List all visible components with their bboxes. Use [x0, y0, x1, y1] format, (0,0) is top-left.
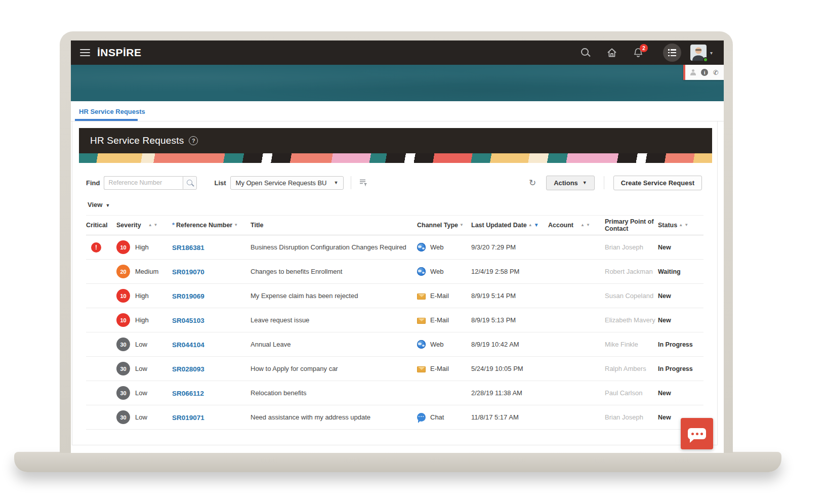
title-cell: Annual Leave — [251, 341, 417, 348]
find-input[interactable] — [104, 176, 183, 190]
sort-asc-icon[interactable] — [581, 223, 585, 227]
channel-icon — [417, 318, 426, 324]
reference-link[interactable]: SR066112 — [172, 390, 204, 397]
find-label: Find — [86, 179, 100, 187]
table-row[interactable]: ! 10High SR045103 Leave request issue E-… — [86, 308, 703, 332]
sort-desc-icon[interactable] — [460, 223, 464, 227]
updated-cell: 8/9/19 10:42 AM — [471, 341, 548, 348]
severity-badge: 30 — [116, 410, 130, 424]
contact-cell: Brian Joseph — [605, 243, 658, 251]
table-row[interactable]: ! 30Low SR028093 How to Apply for compan… — [86, 357, 703, 381]
sort-desc-icon[interactable] — [586, 223, 590, 227]
col-title[interactable]: Title — [251, 222, 417, 229]
help-icon[interactable]: ? — [189, 136, 198, 145]
col-status[interactable]: Status — [658, 222, 703, 229]
table-row[interactable]: ! 10High SR186381 Business Disruption Co… — [86, 235, 703, 260]
table-row[interactable]: ! 20Medium SR019070 Changes to benefits … — [86, 260, 703, 284]
actions-button[interactable]: Actions ▼ — [546, 176, 595, 190]
col-critical[interactable]: Critical — [86, 222, 116, 229]
topbar-actions: 2 ▾ — [565, 44, 724, 62]
sort-desc-active-icon[interactable] — [534, 222, 539, 228]
refresh-icon[interactable]: ↻ — [529, 178, 536, 188]
status-cell: New — [658, 317, 703, 324]
title-cell: Need assistance with my address update — [251, 413, 417, 421]
sort-asc-icon[interactable] — [528, 223, 532, 227]
reference-link[interactable]: SR045103 — [172, 317, 204, 324]
table-header-row: Critical Severity Reference Number Title… — [86, 215, 703, 235]
presence-dot — [703, 57, 708, 62]
updated-cell: 2/28/19 11:38 AM — [471, 389, 548, 397]
col-channel-type[interactable]: Channel Type — [417, 222, 471, 229]
info-icon[interactable]: i — [701, 69, 708, 76]
title-cell: Business Disruption Configuration Change… — [251, 243, 417, 251]
title-cell: My Expense claim has been rejected — [251, 292, 417, 300]
title-cell: Leave request issue — [251, 316, 417, 324]
edit-list-icon[interactable] — [358, 178, 368, 188]
find-search-button[interactable] — [183, 176, 197, 190]
title-cell: Relocation benefits — [251, 389, 417, 397]
reference-link[interactable]: SR044104 — [172, 341, 204, 349]
reference-link[interactable]: SR186381 — [172, 244, 204, 251]
channel-icon — [417, 340, 426, 349]
hero-banner — [71, 65, 724, 101]
chevron-down-icon: ▼ — [105, 203, 110, 208]
contact-cell: Elizabeth Mavery — [605, 316, 658, 324]
view-menu[interactable]: View▼ — [88, 201, 110, 208]
create-service-request-button[interactable]: Create Service Request — [613, 176, 702, 190]
col-severity[interactable]: Severity — [116, 222, 172, 229]
updated-cell: 9/3/20 7:29 PM — [471, 243, 548, 251]
sort-asc-icon[interactable] — [148, 223, 152, 227]
channel-icon — [417, 366, 426, 372]
list-select[interactable]: My Open Service Requests BU ▼ — [230, 176, 344, 190]
col-reference-number[interactable]: Reference Number — [172, 222, 251, 229]
contact-cell: Paul Carlson — [605, 389, 658, 397]
severity-badge: 10 — [116, 313, 130, 327]
severity-badge: 20 — [116, 265, 130, 278]
user-icon[interactable] — [690, 69, 696, 75]
phone-icon[interactable]: ✆ — [713, 69, 719, 76]
col-primary-point-of-contact[interactable]: Primary Point of Contact — [605, 218, 658, 233]
reference-link[interactable]: SR019069 — [172, 292, 204, 300]
sort-desc-icon[interactable] — [154, 223, 158, 227]
service-requests-table: Critical Severity Reference Number Title… — [72, 215, 717, 430]
table-row[interactable]: ! 30Low SR066112 Relocation benefits 2/2… — [86, 381, 703, 405]
status-cell: In Progress — [658, 365, 703, 372]
view-menu-label: View — [88, 201, 102, 208]
chat-button[interactable] — [681, 418, 713, 449]
decorative-strip — [79, 153, 712, 163]
avatar[interactable] — [690, 45, 707, 61]
reference-link[interactable]: SR028093 — [172, 365, 204, 373]
search-icon[interactable] — [580, 47, 591, 58]
chevron-down-icon[interactable]: ▾ — [710, 50, 713, 56]
tab-active-indicator — [75, 119, 138, 121]
status-cell: New — [658, 292, 703, 300]
col-account[interactable]: Account — [548, 222, 605, 229]
list-select-value: My Open Service Requests BU — [236, 179, 327, 187]
contact-cell: Ralph Ambers — [605, 365, 658, 372]
view-row: View▼ — [72, 200, 717, 208]
grid-icon[interactable] — [663, 44, 681, 62]
list-group: List My Open Service Requests BU ▼ — [214, 176, 344, 190]
status-cell: In Progress — [658, 341, 703, 348]
sort-desc-icon[interactable] — [684, 223, 688, 227]
divider — [604, 176, 604, 189]
col-last-updated-date[interactable]: Last Updated Date — [471, 222, 548, 229]
channel-icon — [417, 293, 426, 300]
chevron-down-icon: ▼ — [583, 180, 587, 185]
reference-link[interactable]: SR019071 — [172, 414, 204, 422]
tab-hr-service-requests[interactable]: HR Service Requests — [75, 101, 149, 121]
table-row[interactable]: ! 30Low SR044104 Annual Leave Web 8/9/19… — [86, 332, 703, 357]
channel-icon — [417, 413, 426, 422]
reference-link[interactable]: SR019070 — [172, 268, 204, 276]
severity-badge: 10 — [116, 289, 130, 303]
critical-icon: ! — [91, 242, 101, 253]
home-icon[interactable] — [606, 47, 617, 58]
contact-cell: Robert Jackman — [605, 268, 658, 275]
table-row[interactable]: ! 10High SR019069 My Expense claim has b… — [86, 284, 703, 308]
table-row[interactable]: ! 30Low SR019071 Need assistance with my… — [86, 405, 703, 430]
menu-icon[interactable] — [80, 49, 90, 56]
sort-asc-icon[interactable] — [679, 223, 683, 227]
status-cell: Waiting — [658, 268, 703, 275]
bell-icon[interactable]: 2 — [633, 47, 644, 58]
sort-desc-icon[interactable] — [234, 223, 238, 227]
